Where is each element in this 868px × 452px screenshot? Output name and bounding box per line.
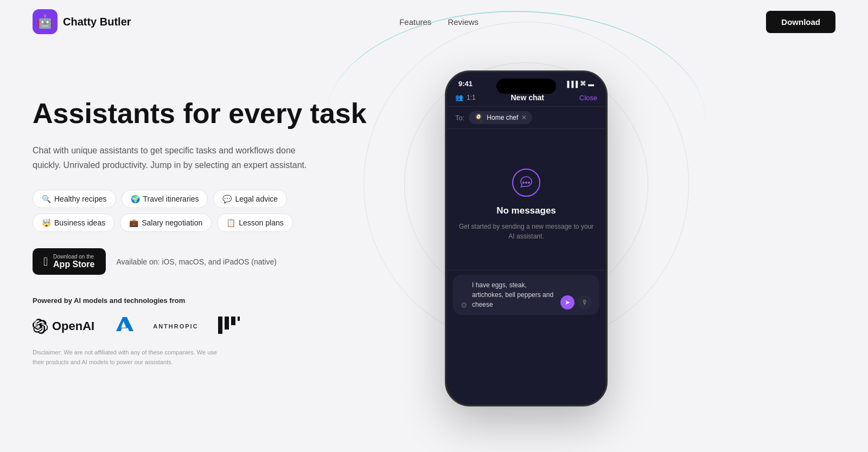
group-type: 1:1 <box>467 94 476 101</box>
assistant-tag-close-icon[interactable]: ✕ <box>521 114 527 121</box>
chat-close-button[interactable]: Close <box>579 94 597 102</box>
logo-icon: 🤖 <box>33 9 58 34</box>
assistant-tag[interactable]: 🍳 Home chef ✕ <box>469 111 532 124</box>
appstore-button[interactable]:  Download on the App Store <box>33 248 106 275</box>
svg-rect-0 <box>218 317 222 334</box>
svg-rect-2 <box>231 317 235 325</box>
svg-point-6 <box>528 182 530 184</box>
tag-healthy-recipes[interactable]: 🔍 Healthy recipes <box>33 190 116 208</box>
tags-row-2: 🤯 Business ideas 💼 Salary negotiation 📋 … <box>33 214 401 232</box>
azure-icon <box>114 315 133 335</box>
chat-input-box: ⚙ I have eggs, steak, artichokes, bell p… <box>453 275 599 315</box>
to-field: To: 🍳 Home chef ✕ <box>446 106 606 129</box>
no-messages-icon <box>512 169 540 197</box>
chat-mic-button[interactable]: 🎙 <box>578 295 592 309</box>
no-messages-title: No messages <box>496 205 556 216</box>
tag-travel-itineraries[interactable]: 🌍 Travel itineraries <box>122 190 208 208</box>
chat-input-actions: ➤ 🎙 <box>560 295 592 309</box>
status-icons: ▐▐▐ ⌘ ▬ <box>565 80 594 87</box>
main-content: Assistants for every task Chat with uniq… <box>0 43 868 428</box>
openai-icon <box>33 319 48 334</box>
svg-point-4 <box>522 182 525 184</box>
apple-icon:  <box>43 255 48 269</box>
openai-text: OpenAI <box>52 319 94 333</box>
assistant-tag-icon: 🍳 <box>474 113 483 122</box>
hero-description: Chat with unique assistants to get speci… <box>33 143 315 172</box>
appstore-small-label: Download on the <box>53 254 94 260</box>
tag-label-5: Salary negotiation <box>142 218 202 227</box>
chat-input-area: ⚙ I have eggs, steak, artichokes, bell p… <box>446 270 606 321</box>
svg-point-5 <box>525 182 527 184</box>
appstore-large-label: App Store <box>53 260 94 269</box>
chat-body: No messages Get started by sending a new… <box>446 129 606 270</box>
logo-text: Chatty Butler <box>63 16 131 28</box>
replicate-icon <box>218 317 240 334</box>
tag-lesson-plans[interactable]: 📋 Lesson plans <box>217 214 293 232</box>
logo: 🤖 Chatty Butler <box>33 9 399 34</box>
powered-section: Powered by AI models and technologies fr… <box>33 296 401 367</box>
hero-title: Assistants for every task <box>33 98 401 130</box>
disclaimer-text: Disclaimer: We are not affiliated with a… <box>33 348 222 367</box>
nav-reviews-link[interactable]: Reviews <box>448 17 478 27</box>
chat-settings-icon[interactable]: ⚙ <box>461 301 468 309</box>
tag-salary-negotiation[interactable]: 💼 Salary negotiation <box>120 214 212 232</box>
phone-notch <box>496 79 556 94</box>
tag-emoji-6: 📋 <box>226 218 235 227</box>
tag-label-2: Travel itineraries <box>143 195 199 203</box>
tag-emoji-4: 🤯 <box>42 218 51 227</box>
nav-download-button[interactable]: Download <box>766 11 835 33</box>
chat-header-title: New chat <box>510 93 544 102</box>
azure-logo <box>114 315 133 337</box>
tag-label-3: Legal advice <box>235 195 278 203</box>
wifi-icon: ⌘ <box>580 80 586 87</box>
appstore-btn-text: Download on the App Store <box>53 254 94 269</box>
battery-icon: ▬ <box>588 81 594 87</box>
tag-legal-advice[interactable]: 💬 Legal advice <box>213 190 287 208</box>
nav-features-link[interactable]: Features <box>399 17 431 27</box>
tag-label-1: Healthy recipes <box>54 195 107 203</box>
chat-input-text[interactable]: I have eggs, steak, artichokes, bell pep… <box>472 280 556 309</box>
appstore-available-text: Available on: iOS, macOS, and iPadOS (na… <box>117 257 277 266</box>
chat-send-button[interactable]: ➤ <box>560 295 575 309</box>
nav-links: Features Reviews <box>399 17 766 27</box>
phone-mockup: 9:41 ▐▐▐ ⌘ ▬ 👥 1:1 New chat Close <box>445 70 608 406</box>
tags-row-1: 🔍 Healthy recipes 🌍 Travel itineraries 💬… <box>33 190 401 208</box>
assistant-tag-label: Home chef <box>487 114 518 121</box>
tag-label-4: Business ideas <box>54 218 105 227</box>
right-panel: 9:41 ▐▐▐ ⌘ ▬ 👥 1:1 New chat Close <box>434 65 618 406</box>
chat-bubble-svg <box>519 176 533 190</box>
powered-title: Powered by AI models and technologies fr… <box>33 296 401 305</box>
group-icon: 👥 <box>455 94 463 101</box>
tag-emoji-2: 🌍 <box>131 195 140 203</box>
svg-rect-3 <box>238 317 240 321</box>
to-label: To: <box>455 114 464 122</box>
logos-row: OpenAI ANTHROPIC <box>33 315 401 337</box>
phone-screen: 9:41 ▐▐▐ ⌘ ▬ 👥 1:1 New chat Close <box>446 72 606 405</box>
anthropic-logo: ANTHROPIC <box>153 323 198 330</box>
appstore-row:  Download on the App Store Available on… <box>33 248 401 275</box>
tag-label-6: Lesson plans <box>239 218 284 227</box>
tag-emoji-1: 🔍 <box>42 195 51 203</box>
no-messages-subtitle: Get started by sending a new message to … <box>457 222 595 241</box>
signal-icon: ▐▐▐ <box>565 81 578 87</box>
tag-emoji-5: 💼 <box>129 218 138 227</box>
tag-business-ideas[interactable]: 🤯 Business ideas <box>33 214 114 232</box>
left-panel: Assistants for every task Chat with uniq… <box>33 65 401 367</box>
openai-logo: OpenAI <box>33 319 94 334</box>
replicate-logo <box>218 317 240 336</box>
navigation: 🤖 Chatty Butler Features Reviews Downloa… <box>0 0 868 43</box>
tag-emoji-3: 💬 <box>222 195 232 203</box>
chat-header-group: 👥 1:1 <box>455 94 476 101</box>
status-time: 9:41 <box>458 80 473 88</box>
svg-rect-1 <box>225 317 229 330</box>
